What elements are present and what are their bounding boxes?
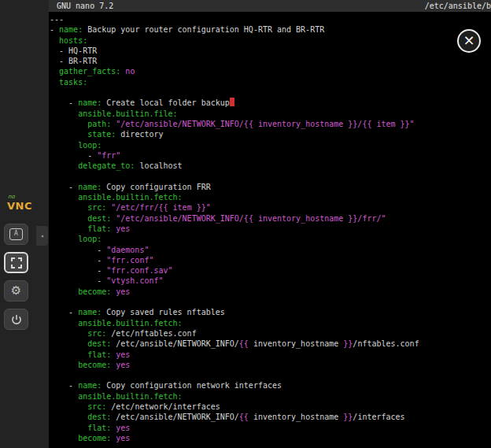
power-icon (11, 314, 22, 325)
editor-line: loop: (50, 234, 491, 244)
editor-line: - "frr.conf" (50, 255, 491, 265)
power-button[interactable] (4, 309, 28, 330)
novnc-logo-small: no (8, 194, 32, 200)
nano-filepath: /etc/ansible/b (425, 0, 491, 12)
editor-line (50, 171, 491, 181)
editor-line: path: "/etc/ansible/NETWORK_INFO/{{ inve… (50, 119, 491, 129)
editor-line: - "frr" (50, 150, 491, 161)
nano-titlebar: GNU nano 7.2 /etc/ansible/b (49, 0, 491, 12)
editor-line: flat: yes (50, 224, 491, 234)
novnc-logo-text: VNC (7, 200, 32, 212)
editor-line: gather_facts: no (50, 66, 491, 76)
editor-line: src: /etc/nftables.conf (50, 328, 491, 339)
editor-line: hosts: (50, 35, 491, 46)
editor-line: ansible.builtin.file: (50, 109, 491, 119)
editor-line: - "frr.conf.sav" (50, 265, 491, 276)
editor-line: ansible.builtin.fetch: (50, 318, 491, 328)
control-bar-handle[interactable]: ◂ (36, 226, 48, 246)
editor-line: dest: /etc/ansible/NETWORK_INFO/{{ inven… (50, 412, 491, 422)
editor-line: src: "/etc/frr/{{ item }}" (50, 202, 491, 213)
vnc-control-bar: no VNC ◂ A⚙ (0, 0, 49, 448)
keyboard-icon: A (9, 228, 23, 240)
editor-line: - name: Backup your router configuration… (50, 24, 491, 35)
editor-line: - name: Copy saved rules nftables (50, 307, 491, 317)
close-icon: × (463, 33, 474, 47)
editor-line: - name: Create local folder backup (50, 98, 491, 108)
fullscreen-icon (11, 257, 22, 268)
editor-line: become: yes (50, 287, 491, 297)
novnc-logo: no VNC (7, 194, 32, 212)
editor-line: - BR-RTR (50, 56, 491, 66)
editor-line: loop: (50, 140, 491, 150)
keyboard-button[interactable]: A (4, 224, 28, 245)
editor-line: become: yes (50, 360, 491, 370)
editor-line: ansible.builtin.fetch: (50, 391, 491, 402)
nano-buffer[interactable]: ---- name: Backup your router configurat… (49, 12, 491, 443)
editor-line: tasks: (50, 77, 491, 87)
editor-line: delegate_to: localhost (50, 161, 491, 171)
editor-line: dest: "/etc/ansible/NETWORK_INFO/{{ inve… (50, 213, 491, 224)
editor-line: state: directory (50, 129, 491, 139)
editor-line: - HQ-RTR (50, 46, 491, 56)
fullscreen-button[interactable] (4, 252, 28, 273)
chevron-left-icon: ◂ (40, 232, 44, 239)
close-button[interactable]: × (457, 29, 481, 53)
editor-line: ansible.builtin.fetch: (50, 192, 491, 202)
editor-line: dest: /etc/ansible/NETWORK_INFO/{{ inven… (50, 339, 491, 349)
text-cursor (230, 98, 234, 106)
settings-button[interactable]: ⚙ (4, 280, 28, 302)
editor-line: - name: Copy configuration FRR (50, 182, 491, 192)
editor-line (50, 370, 491, 380)
editor-line: --- (50, 14, 491, 24)
gear-icon: ⚙ (11, 285, 21, 297)
editor-line: become: yes (50, 433, 491, 443)
nano-version-label: GNU nano 7.2 (57, 0, 113, 12)
editor-line (50, 297, 491, 307)
editor-line (50, 87, 491, 98)
editor-line: - "daemons" (50, 245, 491, 255)
editor-line: flat: yes (50, 423, 491, 433)
editor-line: - name: Copy configuration network inter… (50, 380, 491, 391)
editor-line: flat: yes (50, 350, 491, 360)
terminal-window[interactable]: GNU nano 7.2 /etc/ansible/b ---- name: B… (49, 0, 491, 448)
editor-line: src: /etc/network/interfaces (50, 402, 491, 412)
editor-line: - "vtysh.conf" (50, 276, 491, 286)
